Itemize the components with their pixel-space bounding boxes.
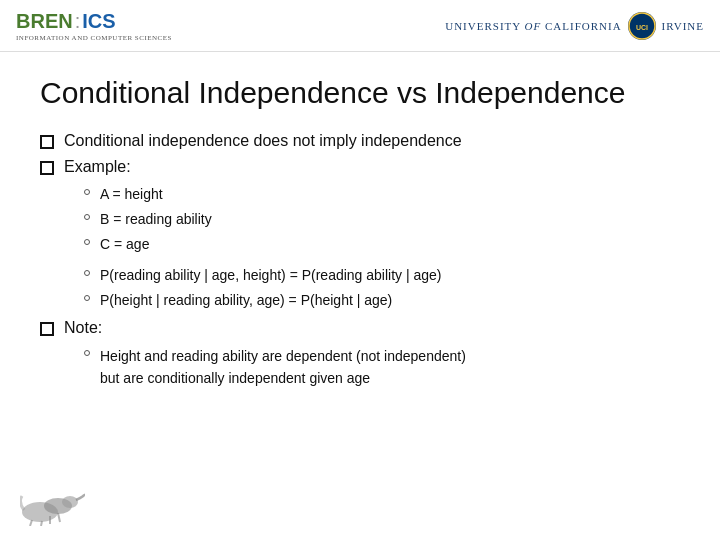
bullet-square-2	[40, 161, 54, 175]
svg-line-6	[41, 521, 42, 526]
svg-line-5	[30, 520, 32, 526]
circle-bullet	[84, 239, 90, 245]
svg-text:UCI: UCI	[636, 24, 648, 31]
main-content: Conditional Independence vs Independence…	[0, 52, 720, 412]
subitem-c: C = age	[100, 234, 149, 255]
bullet-square-3	[40, 322, 54, 336]
page-title: Conditional Independence vs Independence	[40, 76, 680, 110]
bullet-item-1: Conditional independence does not imply …	[40, 132, 680, 150]
bullet-text-2: Example:	[64, 158, 131, 176]
bullet-text-3: Note:	[64, 319, 102, 337]
list-item: Height and reading ability are dependent…	[84, 345, 680, 390]
bullet-square-1	[40, 135, 54, 149]
circle-bullet	[84, 189, 90, 195]
logo-subtitle: INFORMATION AND COMPUTER SCIENCES	[16, 34, 172, 42]
circle-bullet	[84, 270, 90, 276]
svg-point-4	[62, 496, 78, 508]
header: BREN : ICS INFORMATION AND COMPUTER SCIE…	[0, 0, 720, 52]
bullet-item-2: Example:	[40, 158, 680, 176]
footer-anteater	[20, 474, 85, 530]
list-item: A = height	[84, 184, 680, 205]
circle-bullet	[84, 214, 90, 220]
bren-ics-logo: BREN : ICS INFORMATION AND COMPUTER SCIE…	[16, 10, 172, 42]
anteater-icon	[20, 474, 85, 526]
note-text: Height and reading ability are dependent…	[100, 345, 466, 390]
bren-text: BREN	[16, 10, 73, 33]
note-subitems: Height and reading ability are dependent…	[84, 345, 680, 390]
uci-logo: UNIVERSITY of CALIFORNIA UCI IRVINE	[445, 12, 704, 40]
subitem-b: B = reading ability	[100, 209, 212, 230]
subitem-p1: P(reading ability | age, height) = P(rea…	[100, 265, 442, 286]
example-subitems-2: P(reading ability | age, height) = P(rea…	[84, 265, 680, 311]
circle-bullet	[84, 295, 90, 301]
subitem-a: A = height	[100, 184, 163, 205]
example-subitems-1: A = height B = reading ability C = age	[84, 184, 680, 255]
circle-bullet	[84, 350, 90, 356]
bullet-text-1: Conditional independence does not imply …	[64, 132, 462, 150]
subitem-p2: P(height | reading ability, age) = P(hei…	[100, 290, 392, 311]
uci-seal: UCI	[628, 12, 656, 40]
irvine-text: IRVINE	[662, 20, 704, 32]
svg-line-8	[58, 513, 60, 522]
uci-university-text: UNIVERSITY of CALIFORNIA	[445, 20, 621, 32]
list-item: B = reading ability	[84, 209, 680, 230]
list-item: P(reading ability | age, height) = P(rea…	[84, 265, 680, 286]
list-item: P(height | reading ability, age) = P(hei…	[84, 290, 680, 311]
bullet-item-3: Note:	[40, 319, 680, 337]
list-item: C = age	[84, 234, 680, 255]
ics-text: ICS	[82, 10, 115, 33]
